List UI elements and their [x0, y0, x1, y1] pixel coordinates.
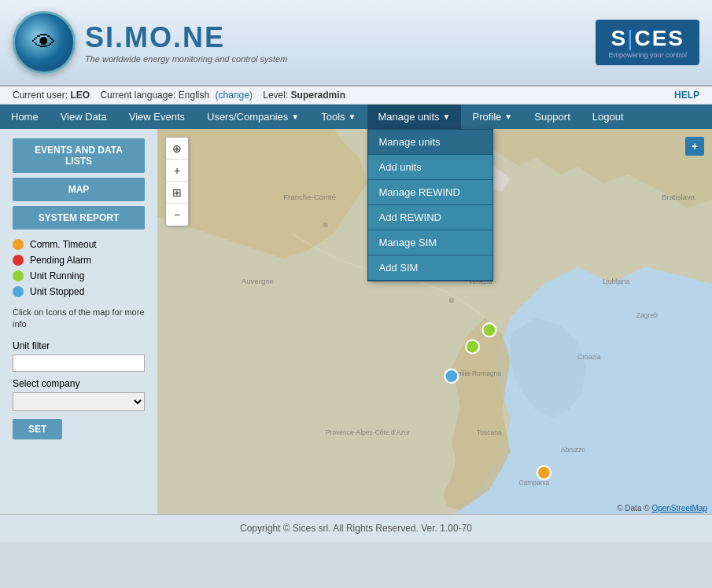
chevron-down-icon: ▼ [443, 112, 451, 121]
menu-add-rewind[interactable]: Add REWIND [368, 205, 492, 230]
manage-units-dropdown: Manage units Add units Manage REWIND Add… [367, 129, 493, 281]
svg-text:Ljubljana: Ljubljana [603, 277, 629, 285]
logo-icon [13, 11, 76, 74]
user-level: Superadmin [291, 90, 345, 101]
svg-text:Franche-Comté: Franche-Comté [283, 193, 336, 201]
red-dot-icon [13, 255, 24, 266]
sices-text: S|CES [611, 26, 684, 51]
green-dot-icon [13, 270, 24, 281]
blue-dot-icon [13, 286, 24, 297]
nav-home[interactable]: Home [0, 105, 50, 129]
svg-text:Zagreb: Zagreb [636, 311, 658, 319]
header: SI.MO.NE The worldwide energy monitoring… [0, 0, 712, 86]
unit-filter-input[interactable] [13, 355, 145, 372]
nav-view-data[interactable]: View Data [50, 105, 118, 129]
system-report-button[interactable]: SYSTEM REPORT [13, 206, 145, 230]
nav-manage-units[interactable]: Manage units ▼ Manage units Add units Ma… [367, 105, 462, 129]
zoom-in-button[interactable]: + [166, 160, 188, 182]
expand-map-button[interactable]: + [685, 137, 704, 156]
chevron-down-icon: ▼ [291, 112, 299, 121]
menu-add-units[interactable]: Add units [368, 155, 492, 180]
current-user-label: Current user: [13, 90, 68, 101]
language-label: Current language: [100, 90, 175, 101]
sices-logo: S|CES Empowering your control [596, 20, 699, 65]
unit-filter-section: Unit filter [13, 340, 145, 378]
legend: Comm. Timeout Pending Alarm Unit Running… [13, 239, 145, 297]
map-button[interactable]: MAP [13, 178, 145, 201]
nav-logout[interactable]: Logout [581, 105, 635, 129]
menu-manage-sim[interactable]: Manage SIM [368, 230, 492, 255]
help-link[interactable]: HELP [674, 90, 699, 101]
user-info: Current user: LEO Current language: Engl… [13, 90, 345, 101]
app-subtitle: The worldwide energy monitoring and cont… [85, 54, 287, 64]
select-company-section: Select company [13, 378, 145, 419]
navigation: Home View Data View Events Users/Compani… [0, 105, 712, 129]
copyright-text: Copyright © Sices srl. All Rights Reserv… [240, 523, 472, 534]
unit-stopped-label: Unit Stopped [30, 286, 84, 297]
svg-text:Croazia: Croazia [577, 353, 601, 361]
layer-button[interactable]: ⊞ [166, 182, 188, 204]
sidebar: EVENTS AND DATA LISTS MAP SYSTEM REPORT … [0, 129, 157, 514]
svg-point-1 [323, 222, 327, 227]
main-content: EVENTS AND DATA LISTS MAP SYSTEM REPORT … [0, 129, 712, 514]
svg-point-3 [449, 298, 454, 303]
map-controls: ⊕ + ⊞ − [165, 137, 189, 226]
username: LEO [70, 90, 90, 101]
svg-text:Provence-Alpes-Côte d'Azur: Provence-Alpes-Côte d'Azur [326, 428, 411, 436]
app-title: SI.MO.NE [85, 21, 287, 54]
chevron-down-icon: ▼ [349, 112, 356, 121]
openstreetmap-link[interactable]: OpenStreetMap [651, 504, 707, 513]
logo-text: SI.MO.NE The worldwide energy monitoring… [85, 21, 287, 64]
map-credit: © Data © OpenStreetMap [617, 504, 707, 513]
nav-users-companies[interactable]: Users/Companies ▼ [196, 105, 310, 129]
menu-manage-rewind[interactable]: Manage REWIND [368, 180, 492, 205]
svg-text:Toscana: Toscana [477, 428, 502, 436]
set-button[interactable]: SET [13, 419, 62, 439]
nav-view-events[interactable]: View Events [118, 105, 196, 129]
nav-profile[interactable]: Profile ▼ [461, 105, 523, 129]
pan-control[interactable]: ⊕ [166, 138, 188, 160]
legend-pending-alarm: Pending Alarm [13, 255, 145, 266]
svg-point-22 [537, 466, 551, 480]
logo-area: SI.MO.NE The worldwide energy monitoring… [13, 11, 287, 74]
select-company-label: Select company [13, 378, 145, 389]
pending-alarm-label: Pending Alarm [30, 255, 91, 266]
svg-text:Bratislava: Bratislava [662, 193, 695, 201]
language: English [179, 90, 209, 101]
map-hint: Click on Icons of the map for more info [13, 307, 145, 331]
footer: Copyright © Sices srl. All Rights Reserv… [0, 514, 712, 542]
company-select[interactable] [13, 392, 145, 411]
svg-point-20 [482, 323, 496, 336]
zoom-out-button[interactable]: − [166, 204, 188, 226]
nav-tools[interactable]: Tools ▼ [310, 105, 367, 129]
svg-text:Abruzzo: Abruzzo [561, 446, 586, 454]
unit-running-label: Unit Running [30, 270, 84, 281]
menu-manage-units[interactable]: Manage units [368, 130, 492, 155]
svg-text:Auvergne: Auvergne [242, 277, 274, 285]
change-language-link[interactable]: (change) [216, 90, 253, 101]
chevron-down-icon: ▼ [504, 112, 512, 121]
orange-dot-icon [13, 239, 24, 250]
events-data-lists-button[interactable]: EVENTS AND DATA LISTS [13, 138, 145, 173]
legend-unit-running: Unit Running [13, 270, 145, 281]
legend-unit-stopped: Unit Stopped [13, 286, 145, 297]
legend-comm-timeout: Comm. Timeout [13, 239, 145, 250]
unit-filter-label: Unit filter [13, 340, 145, 351]
nav-support[interactable]: Support [523, 105, 581, 129]
sices-sub: Empowering your control [608, 51, 687, 59]
level-label: Level: [263, 90, 288, 101]
svg-point-19 [466, 340, 479, 354]
svg-point-21 [445, 369, 458, 383]
top-bar: Current user: LEO Current language: Engl… [0, 86, 712, 105]
menu-add-sim[interactable]: Add SIM [368, 255, 492, 281]
comm-timeout-label: Comm. Timeout [30, 239, 97, 250]
